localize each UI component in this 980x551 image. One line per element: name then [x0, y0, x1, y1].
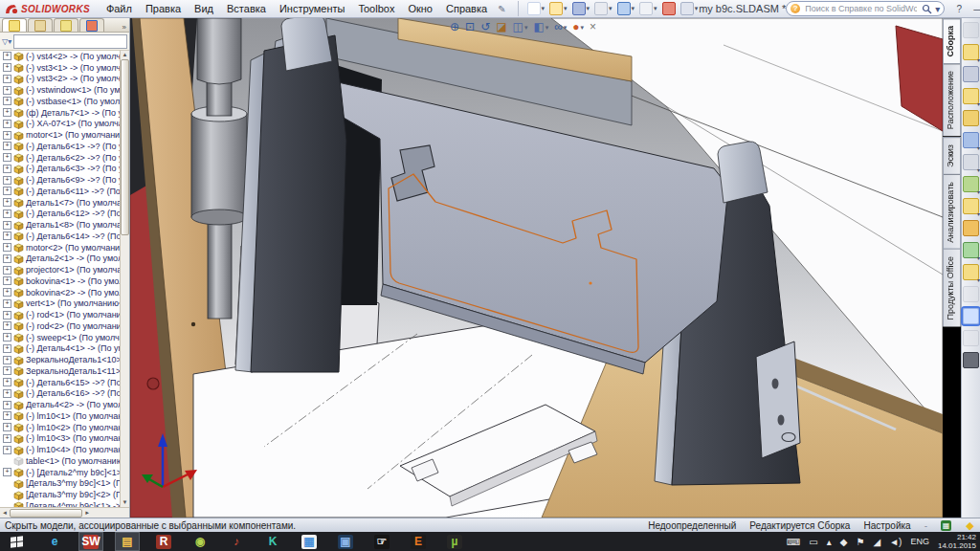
- pin-icon[interactable]: ✎: [498, 4, 505, 14]
- tree-item[interactable]: + (-) Деталь6<15> ->? (По ум: [0, 377, 121, 388]
- vertical-scroll-thumb[interactable]: [121, 59, 129, 234]
- expand-box-icon[interactable]: +: [3, 266, 11, 275]
- tree-item[interactable]: + (-) vst4<2> -> (По умолчани: [0, 51, 121, 62]
- headsup-button[interactable]: ⊡: [463, 19, 477, 35]
- menu-item[interactable]: Справка: [439, 1, 494, 16]
- expand-box-icon[interactable]: +: [3, 254, 11, 263]
- tray-icon[interactable]: ⌨: [787, 537, 800, 547]
- panel-tab[interactable]: [79, 18, 104, 32]
- graphics-viewport[interactable]: ⊕⊡↺◪◫◧∞●×: [130, 18, 943, 518]
- assembly-tool-button[interactable]: [963, 22, 979, 38]
- tree-vertical-scrollbar[interactable]: ▲ ▼: [120, 51, 129, 507]
- tree-item[interactable]: + (-) vst3<2> -> (По умолчани: [0, 74, 121, 85]
- tree-item[interactable]: + [Деталь3^my b9c]<1> (По у: [0, 478, 121, 490]
- tree-item[interactable]: + Деталь1<8> (По умолчанию: [0, 219, 121, 231]
- tree-item[interactable]: + Деталь2<1> -> (По умолчан: [0, 253, 121, 265]
- taskbar-app-button[interactable]: e: [42, 532, 67, 551]
- tree-item[interactable]: + ЗеркальноДеталь1<10> -> (: [0, 354, 121, 365]
- taskbar-app-button[interactable]: ☞: [369, 532, 394, 551]
- toolbar-button[interactable]: [571, 1, 591, 16]
- assembly-tool-button[interactable]: [963, 330, 979, 346]
- expand-box-icon[interactable]: +: [3, 86, 11, 95]
- headsup-button[interactable]: ↺: [479, 19, 492, 35]
- left-bracket[interactable]: [235, 18, 346, 372]
- expand-box-icon[interactable]: +: [3, 468, 11, 476]
- taskbar-app-button[interactable]: µ: [442, 532, 467, 551]
- tree-item[interactable]: + (-) vstwindow<1> (По умолча: [0, 84, 121, 96]
- expand-box-icon[interactable]: +: [3, 97, 11, 105]
- tree-item[interactable]: + projector<1> (По умолчанию: [0, 264, 121, 276]
- scroll-down-icon[interactable]: ▼: [122, 498, 128, 507]
- expand-box-icon[interactable]: +: [3, 142, 11, 150]
- taskbar-app-button[interactable]: SW: [78, 532, 103, 551]
- expand-box-icon[interactable]: +: [3, 75, 11, 83]
- tree-item[interactable]: + (-) [Деталь2^my b9c]<1> (П: [0, 467, 121, 478]
- panel-tabs-overflow-icon[interactable]: »: [122, 23, 126, 32]
- tree-item[interactable]: + [Деталь4^my b9c]<1> -> (П: [0, 500, 121, 507]
- expand-box-icon[interactable]: +: [3, 221, 11, 230]
- toolbar-button[interactable]: [548, 1, 568, 16]
- tray-icon[interactable]: ⚑: [857, 537, 865, 547]
- taskbar-clock[interactable]: 21:42 14.01.2015: [938, 533, 976, 550]
- tree-item[interactable]: + (ф) Деталь7<1> -> (По умолч: [0, 107, 121, 119]
- commandmanager-tab[interactable]: Расположение: [943, 63, 961, 136]
- taskbar-app-button[interactable]: K: [260, 532, 285, 551]
- expand-box-icon[interactable]: +: [3, 198, 11, 207]
- tray-icon[interactable]: ▭: [809, 537, 817, 547]
- expand-box-icon[interactable]: +: [3, 120, 11, 128]
- menu-item[interactable]: Вставка: [220, 1, 273, 16]
- scroll-left-icon[interactable]: ◄: [0, 510, 10, 516]
- tag-icon[interactable]: ◆: [965, 520, 975, 531]
- assembly-tool-button[interactable]: [963, 242, 979, 258]
- menu-item[interactable]: Вид: [188, 1, 220, 16]
- panel-tab[interactable]: [28, 18, 53, 32]
- expand-box-icon[interactable]: +: [3, 401, 11, 409]
- expand-box-icon[interactable]: +: [3, 446, 11, 454]
- tree-item[interactable]: + (-) Деталь6<9> ->? (По умол: [0, 174, 121, 186]
- expand-box-icon[interactable]: +: [3, 52, 11, 60]
- expand-box-icon[interactable]: +: [3, 411, 11, 420]
- settings-button[interactable]: Настройка: [863, 520, 910, 531]
- start-button[interactable]: [0, 532, 33, 551]
- tray-icon[interactable]: ▴: [827, 537, 832, 547]
- assembly-tool-button[interactable]: [963, 198, 979, 214]
- headsup-button[interactable]: ⊕: [448, 19, 461, 35]
- scroll-right-icon[interactable]: ►: [82, 510, 92, 516]
- assembly-tool-button[interactable]: [963, 352, 979, 368]
- menu-item[interactable]: Инструменты: [273, 1, 352, 16]
- quick-tips-icon[interactable]: ▦: [941, 520, 951, 531]
- taskbar-app-button[interactable]: ▣: [333, 532, 358, 551]
- expand-box-icon[interactable]: +: [3, 187, 11, 195]
- menu-item[interactable]: Правка: [139, 1, 188, 16]
- taskbar-app-button[interactable]: ▤: [115, 532, 140, 551]
- window-button[interactable]: ?: [952, 4, 966, 14]
- tree-item[interactable]: + (-) Деталь6<1> ->? (По умол: [0, 141, 121, 152]
- menu-item[interactable]: Окно: [401, 1, 439, 16]
- tree-item[interactable]: + (-) vst3<1> -> (По умолчани: [0, 62, 121, 74]
- expand-box-icon[interactable]: +: [3, 288, 11, 297]
- menu-item[interactable]: Файл: [100, 1, 139, 16]
- commandmanager-tab[interactable]: Эскиз: [943, 137, 961, 174]
- tree-item[interactable]: + motor<2> (По умолчанию><: [0, 242, 121, 253]
- assembly-tool-button[interactable]: [963, 286, 979, 302]
- expand-box-icon[interactable]: +: [3, 131, 11, 140]
- tree-item[interactable]: + (-) Деталь4<1> -> (По умол: [0, 343, 121, 355]
- assembly-tool-button[interactable]: [963, 220, 979, 236]
- tree-item[interactable]: + table<1> (По умолчанию<<: [0, 455, 121, 467]
- tree-item[interactable]: + (-) Деталь6<14> ->? (По умо: [0, 231, 121, 242]
- assembly-tool-button[interactable]: [963, 88, 979, 104]
- expand-box-icon[interactable]: +: [3, 356, 11, 364]
- expand-box-icon[interactable]: +: [3, 108, 11, 117]
- tree-item[interactable]: + ЗеркальноДеталь1<11> -> (: [0, 365, 121, 377]
- menu-item[interactable]: Toolbox: [352, 1, 402, 16]
- tree-item[interactable]: + [Деталь3^my b9c]<2> (По у: [0, 489, 121, 500]
- expand-box-icon[interactable]: +: [3, 243, 11, 252]
- tray-icon[interactable]: ◢: [874, 537, 881, 547]
- tree-item[interactable]: + (-) Деталь6<2> ->? (По умол: [0, 152, 121, 164]
- expand-box-icon[interactable]: +: [3, 434, 11, 443]
- horizontal-scroll-thumb[interactable]: [10, 509, 82, 518]
- sketch-point[interactable]: [589, 281, 591, 284]
- assembly-tool-button[interactable]: [963, 66, 979, 82]
- taskbar-app-button[interactable]: ▦: [297, 532, 322, 551]
- expand-box-icon[interactable]: +: [3, 276, 11, 285]
